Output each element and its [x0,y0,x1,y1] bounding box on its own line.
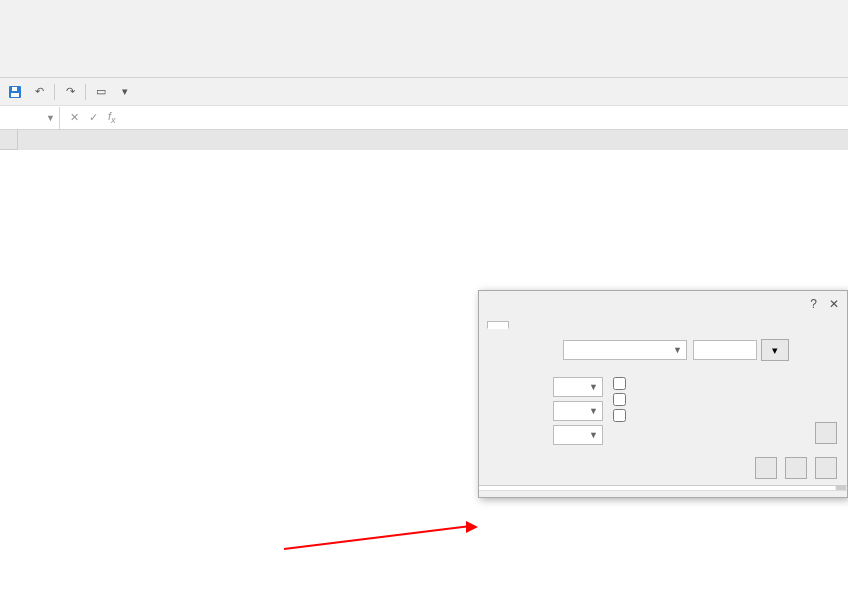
format-preview [693,340,757,360]
close-button[interactable] [815,457,837,479]
search-select[interactable]: ▼ [553,401,603,421]
formula-bar: ▼ ✕ ✓ fx [0,106,848,130]
fx-icon[interactable]: fx [108,110,116,125]
qat-sep [54,84,55,100]
worksheet [0,130,848,150]
match-cell-checkbox[interactable] [613,393,630,406]
undo-icon[interactable]: ↶ [30,83,48,101]
svg-rect-1 [11,93,19,97]
help-icon[interactable]: ? [810,297,817,311]
cancel-icon[interactable]: ✕ [70,111,79,124]
name-box-dropdown-icon[interactable]: ▼ [46,113,55,123]
tab-find[interactable] [487,321,509,329]
tab-replace[interactable] [509,321,531,329]
close-icon[interactable]: ✕ [829,297,839,311]
name-box[interactable]: ▼ [0,107,60,129]
qat-dropdown-icon[interactable]: ▾ [116,83,134,101]
save-icon[interactable] [6,83,24,101]
svg-rect-2 [12,87,17,91]
match-case-checkbox[interactable] [613,377,630,390]
options-button[interactable] [815,422,837,444]
format-button[interactable]: ▾ [761,339,789,361]
dialog-body: ▼ ▾ ▼ ▼ ▼ [479,329,847,451]
dialog-titlebar[interactable]: ? ✕ [479,291,847,317]
find-all-button[interactable] [755,457,777,479]
find-dropdown-icon[interactable]: ▼ [673,345,682,355]
qat-sep [85,84,86,100]
row-headers [0,130,18,150]
grid-area [18,130,848,150]
annotation-arrow [284,525,471,550]
match-width-checkbox[interactable] [613,409,630,422]
quick-access-toolbar: ↶ ↷ ▭ ▾ [0,78,848,106]
formula-controls: ✕ ✓ fx [60,110,126,125]
column-headers [18,130,848,150]
ribbon [0,0,848,78]
find-replace-dialog: ? ✕ ▼ ▾ ▼ ▼ [478,290,848,498]
results-status [479,490,847,497]
touch-mode-icon[interactable]: ▭ [92,83,110,101]
find-next-button[interactable] [785,457,807,479]
dialog-buttons [479,451,847,485]
select-all-corner[interactable] [0,130,18,150]
redo-icon[interactable]: ↷ [61,83,79,101]
scope-select[interactable]: ▼ [553,377,603,397]
annotation-arrowhead [466,521,478,533]
dialog-tabs [479,317,847,329]
enter-icon[interactable]: ✓ [89,111,98,124]
results-scrollbar[interactable] [835,486,847,490]
results-header [479,486,847,490]
results-list [479,485,847,490]
lookin-select[interactable]: ▼ [553,425,603,445]
